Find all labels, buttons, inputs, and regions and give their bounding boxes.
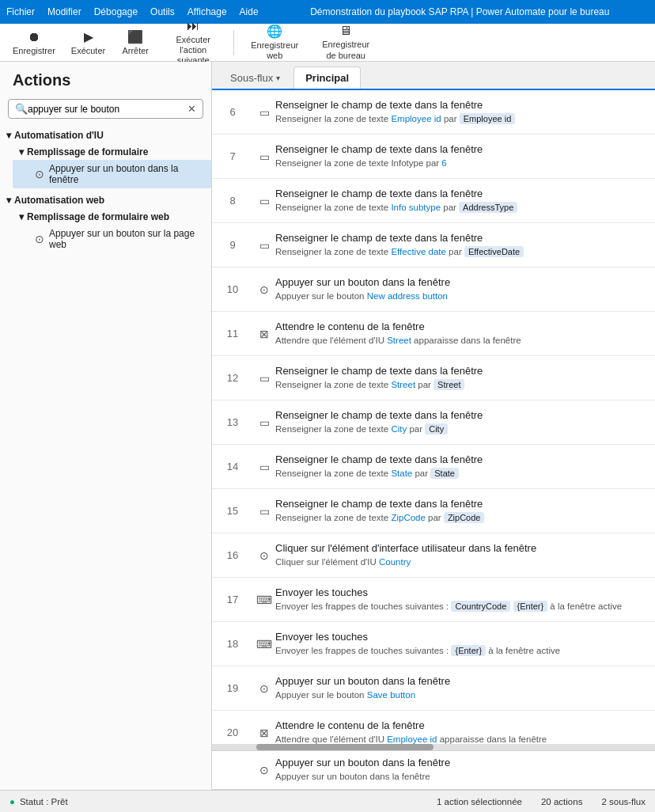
click-button-web-label: Appuyer sur un bouton sur la page web bbox=[49, 228, 205, 250]
row-title: Renseigner le champ de texte dans la fen… bbox=[275, 409, 649, 421]
desktop-recorder-button[interactable]: 🖥 Enregistreur de bureau bbox=[312, 25, 380, 60]
search-input[interactable] bbox=[28, 104, 187, 115]
menu-modifier[interactable]: Modifier bbox=[47, 6, 81, 17]
row-action-icon: ⊠ bbox=[253, 727, 275, 739]
row-content: Renseigner le champ de texte dans la fen… bbox=[275, 143, 655, 169]
action-row-18[interactable]: 18⌨Envoyer les touchesEnvoyer les frappe… bbox=[212, 622, 655, 666]
action-row-10[interactable]: 10⊙Appuyer sur un bouton dans la fenêtre… bbox=[212, 268, 655, 312]
row-action-icon: ▭ bbox=[253, 150, 275, 163]
subflows-count: 2 sous-flux bbox=[601, 797, 646, 806]
action-row-12[interactable]: 12▭Renseigner le champ de texte dans la … bbox=[212, 356, 655, 400]
clear-search-icon[interactable]: ✕ bbox=[187, 103, 196, 115]
menu-affichage[interactable]: Affichage bbox=[187, 6, 227, 17]
action-row-8[interactable]: 8▭Renseigner le champ de texte dans la f… bbox=[212, 179, 655, 223]
scrollbar-thumb[interactable] bbox=[256, 744, 434, 750]
row-title: Attendre le contenu de la fenêtre bbox=[275, 719, 649, 731]
row-desc: Renseigner la zone de texte Employee id … bbox=[275, 112, 649, 125]
status-left: ● Statut : Prêt bbox=[9, 797, 68, 806]
action-row-20[interactable]: 20⊠Attendre le contenu de la fenêtreAtte… bbox=[212, 711, 655, 744]
run-next-button[interactable]: ⏭ Exécuter l'action suivante bbox=[159, 25, 227, 60]
sidebar-item-web-automation[interactable]: ▾ Automatisation web bbox=[0, 192, 211, 209]
run-label: Exécuter bbox=[71, 46, 105, 55]
sidebar-item-web-form-filling[interactable]: ▾ Remplissage de formulaire web bbox=[13, 209, 211, 225]
row-content: Envoyer les touchesEnvoyer les frappes d… bbox=[275, 631, 655, 657]
tree-section-ui-automation: ▾ Automatisation d'IU ▾ Remplissage de f… bbox=[0, 127, 211, 188]
row-number: 18 bbox=[212, 638, 253, 650]
row-desc: Envoyer les frappes de touches suivantes… bbox=[275, 644, 649, 657]
status-text: Statut : Prêt bbox=[20, 797, 68, 806]
row-number: 10 bbox=[212, 283, 253, 295]
chevron-down-icon-2: ▾ bbox=[19, 146, 24, 157]
row-title: Appuyer sur un bouton dans la fenêtre bbox=[275, 675, 649, 687]
row-number: 7 bbox=[212, 150, 253, 162]
search-icon: 🔍 bbox=[15, 103, 28, 115]
row-number: 16 bbox=[212, 549, 253, 561]
floating-row-desc: Appuyer sur un bouton dans la fenêtre bbox=[275, 770, 649, 783]
selected-actions: 1 action sélectionnée bbox=[437, 797, 522, 806]
web-recorder-label: Enregistreur web bbox=[247, 40, 302, 61]
row-action-icon: ▭ bbox=[253, 372, 275, 385]
run-button[interactable]: ▶ Exécuter bbox=[65, 25, 112, 60]
register-button[interactable]: ⏺ Enregistrer bbox=[6, 25, 62, 60]
toolbar-separator-1 bbox=[233, 30, 234, 55]
action-row-16[interactable]: 16⊙Cliquer sur l'élément d'interface uti… bbox=[212, 533, 655, 578]
row-desc: Appuyer sur le bouton New address button bbox=[275, 290, 649, 302]
tree-subsection-form-filling: ▾ Remplissage de formulaire ⊙ Appuyer su… bbox=[0, 144, 211, 188]
row-title: Envoyer les touches bbox=[275, 631, 649, 643]
action-row-19[interactable]: 19⊙Appuyer sur un bouton dans la fenêtre… bbox=[212, 666, 655, 711]
row-desc: Renseigner la zone de texte Effective da… bbox=[275, 245, 649, 258]
row-action-icon: ⌨ bbox=[253, 638, 275, 651]
sidebar-item-ui-automation[interactable]: ▾ Automatisation d'IU bbox=[0, 127, 211, 144]
stop-icon: ⬛ bbox=[127, 29, 143, 44]
click-button-window-label: Appuyer sur un bouton dans la fenêtre bbox=[49, 163, 205, 185]
row-title: Renseigner le champ de texte dans la fen… bbox=[275, 498, 649, 510]
click-button-window-icon: ⊙ bbox=[35, 168, 44, 180]
horizontal-scrollbar[interactable] bbox=[212, 744, 655, 750]
action-row-7[interactable]: 7▭Renseigner le champ de texte dans la f… bbox=[212, 135, 655, 179]
action-row-15[interactable]: 15▭Renseigner le champ de texte dans la … bbox=[212, 489, 655, 533]
row-content: Renseigner le champ de texte dans la fen… bbox=[275, 453, 655, 480]
row-title: Renseigner le champ de texte dans la fen… bbox=[275, 143, 649, 155]
sidebar-item-click-button-window[interactable]: ⊙ Appuyer sur un bouton dans la fenêtre bbox=[13, 160, 211, 188]
action-row-11[interactable]: 11⊠Attendre le contenu de la fenêtreAtte… bbox=[212, 312, 655, 356]
row-number: 9 bbox=[212, 239, 253, 251]
sidebar-item-form-filling[interactable]: ▾ Remplissage de formulaire bbox=[13, 144, 211, 160]
sidebar-tree: ▾ Automatisation d'IU ▾ Remplissage de f… bbox=[0, 127, 211, 790]
row-title: Attendre le contenu de la fenêtre bbox=[275, 321, 649, 332]
stop-button[interactable]: ⬛ Arrêter bbox=[115, 25, 156, 60]
action-row-14[interactable]: 14▭Renseigner le champ de texte dans la … bbox=[212, 445, 655, 489]
status-icon: ● bbox=[9, 797, 15, 806]
web-recorder-button[interactable]: 🌐 Enregistreur web bbox=[240, 25, 309, 60]
row-action-icon: ▭ bbox=[253, 505, 275, 518]
action-row-6[interactable]: 6▭Renseigner le champ de texte dans la f… bbox=[212, 90, 655, 135]
menu-aide[interactable]: Aide bbox=[240, 6, 259, 17]
row-title: Envoyer les touches bbox=[275, 586, 649, 598]
row-number: 15 bbox=[212, 505, 253, 517]
chevron-down-icon-3: ▾ bbox=[6, 195, 11, 206]
row-number: 20 bbox=[212, 727, 253, 738]
search-box[interactable]: 🔍 ✕ bbox=[8, 99, 203, 119]
row-desc: Cliquer sur l'élément d'IU Country bbox=[275, 556, 649, 568]
row-number: 6 bbox=[212, 106, 253, 118]
tab-sous-flux[interactable]: Sous-flux ▾ bbox=[218, 66, 292, 89]
row-desc: Renseigner la zone de texte Street par S… bbox=[275, 378, 649, 391]
action-row-17[interactable]: 17⌨Envoyer les touchesEnvoyer les frappe… bbox=[212, 578, 655, 622]
row-number: 11 bbox=[212, 328, 253, 340]
sidebar-item-click-button-web[interactable]: ⊙ Appuyer sur un bouton sur la page web bbox=[13, 225, 211, 253]
row-title: Appuyer sur un bouton dans la fenêtre bbox=[275, 276, 649, 288]
row-content: Renseigner le champ de texte dans la fen… bbox=[275, 99, 655, 125]
menu-outils[interactable]: Outils bbox=[150, 6, 175, 17]
row-desc: Attendre que l'élément d'IU Employee id … bbox=[275, 733, 649, 744]
row-action-icon: ▭ bbox=[253, 106, 275, 119]
content-area: Sous-flux ▾ Principal 6▭Renseigner le ch… bbox=[212, 62, 655, 790]
tab-principal[interactable]: Principal bbox=[293, 66, 361, 89]
menu-debogage[interactable]: Débogage bbox=[94, 6, 138, 17]
row-action-icon: ▭ bbox=[253, 239, 275, 252]
click-button-web-icon: ⊙ bbox=[35, 233, 44, 245]
row-desc: Attendre que l'élément d'IU Street appar… bbox=[275, 334, 649, 347]
action-row-9[interactable]: 9▭Renseigner le champ de texte dans la f… bbox=[212, 223, 655, 268]
action-row-13[interactable]: 13▭Renseigner le champ de texte dans la … bbox=[212, 400, 655, 445]
chevron-down-icon-4: ▾ bbox=[19, 211, 24, 222]
tabs-bar: Sous-flux ▾ Principal bbox=[212, 62, 655, 90]
menu-fichier[interactable]: Fichier bbox=[6, 6, 35, 17]
